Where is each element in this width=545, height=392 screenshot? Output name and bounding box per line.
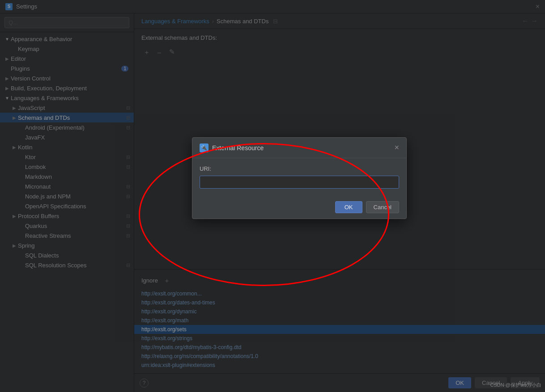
dialog-overlay: 🔌 External Resource × URI: OK Cancel — [0, 0, 545, 392]
external-resource-dialog: 🔌 External Resource × URI: OK Cancel — [192, 137, 407, 219]
dialog-header: 🔌 External Resource × — [192, 138, 406, 158]
uri-label: URI: — [200, 165, 399, 172]
dialog-app-icon: 🔌 — [200, 143, 209, 152]
uri-input[interactable] — [200, 176, 399, 189]
dialog-title: External Resource — [212, 144, 264, 152]
dialog-close-button[interactable]: × — [394, 143, 399, 152]
dialog-body: URI: — [192, 158, 406, 196]
dialog-footer: OK Cancel — [192, 196, 406, 219]
dialog-cancel-button[interactable]: Cancel — [366, 201, 399, 213]
dialog-ok-button[interactable]: OK — [335, 201, 362, 213]
watermark: CSDN·@保护wo方小白 — [490, 382, 541, 388]
